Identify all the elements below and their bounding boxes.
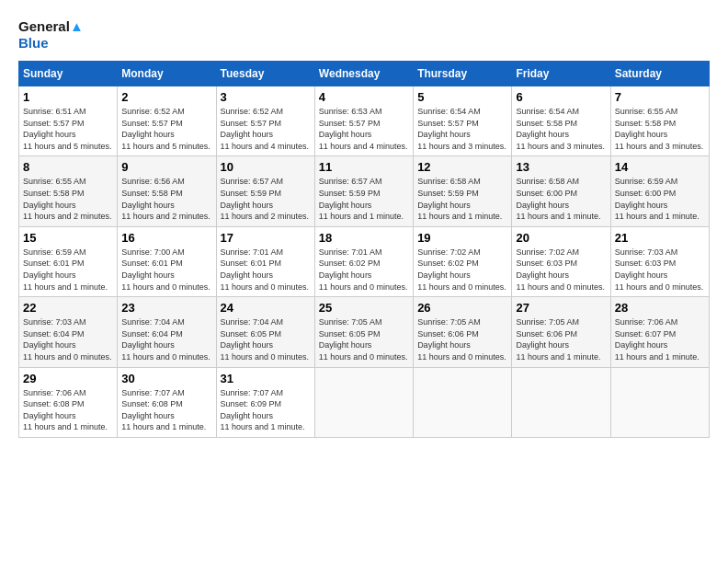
logo: General▲Blue: [18, 18, 84, 52]
day-number: 31: [221, 372, 311, 385]
day-number: 27: [516, 301, 606, 315]
calendar-day-10: 10 Sunrise: 6:57 AM Sunset: 5:59 PM Dayl…: [216, 156, 314, 226]
day-number: 6: [516, 90, 606, 104]
calendar-day-5: 5 Sunrise: 6:54 AM Sunset: 5:57 PM Dayli…: [414, 86, 512, 156]
day-number: 12: [417, 160, 507, 174]
day-info: Sunrise: 7:03 AM Sunset: 6:04 PM Dayligh…: [23, 316, 113, 362]
day-number: 26: [417, 301, 507, 315]
calendar-day-23: 23 Sunrise: 7:04 AM Sunset: 6:04 PM Dayl…: [118, 297, 216, 367]
day-info: Sunrise: 7:06 AM Sunset: 6:08 PM Dayligh…: [23, 387, 113, 433]
day-number: 22: [23, 301, 113, 315]
calendar-day-8: 8 Sunrise: 6:55 AM Sunset: 5:58 PM Dayli…: [19, 156, 118, 226]
day-number: 9: [121, 160, 211, 174]
calendar-week-3: 15 Sunrise: 6:59 AM Sunset: 6:01 PM Dayl…: [19, 226, 710, 296]
calendar-day-13: 13 Sunrise: 6:58 AM Sunset: 6:00 PM Dayl…: [512, 156, 610, 226]
day-number: 8: [23, 160, 113, 174]
day-number: 29: [23, 372, 113, 385]
day-info: Sunrise: 7:05 AM Sunset: 6:06 PM Dayligh…: [417, 316, 507, 362]
calendar-day-17: 17 Sunrise: 7:01 AM Sunset: 6:01 PM Dayl…: [216, 226, 314, 296]
calendar-day-31: 31 Sunrise: 7:07 AM Sunset: 6:09 PM Dayl…: [216, 367, 314, 437]
empty-cell: [414, 367, 512, 437]
day-number: 13: [516, 160, 606, 174]
day-number: 15: [23, 231, 113, 245]
day-info: Sunrise: 7:01 AM Sunset: 6:01 PM Dayligh…: [221, 247, 311, 293]
day-number: 25: [319, 301, 409, 315]
day-number: 18: [319, 231, 409, 245]
empty-cell: [610, 367, 709, 437]
page-header: General▲Blue: [18, 18, 710, 52]
calendar-day-18: 18 Sunrise: 7:01 AM Sunset: 6:02 PM Dayl…: [314, 226, 413, 296]
day-info: Sunrise: 7:00 AM Sunset: 6:01 PM Dayligh…: [121, 247, 211, 293]
day-info: Sunrise: 7:06 AM Sunset: 6:07 PM Dayligh…: [615, 316, 705, 362]
day-info: Sunrise: 7:07 AM Sunset: 6:08 PM Dayligh…: [121, 387, 211, 433]
calendar-table: SundayMondayTuesdayWednesdayThursdayFrid…: [18, 61, 710, 438]
day-number: 21: [615, 231, 705, 245]
day-number: 24: [221, 301, 311, 315]
calendar-day-24: 24 Sunrise: 7:04 AM Sunset: 6:05 PM Dayl…: [216, 297, 314, 367]
day-info: Sunrise: 6:57 AM Sunset: 5:59 PM Dayligh…: [319, 176, 409, 222]
day-info: Sunrise: 6:56 AM Sunset: 5:58 PM Dayligh…: [121, 176, 211, 222]
calendar-day-21: 21 Sunrise: 7:03 AM Sunset: 6:03 PM Dayl…: [610, 226, 709, 296]
weekday-header-saturday: Saturday: [610, 62, 709, 86]
calendar-day-28: 28 Sunrise: 7:06 AM Sunset: 6:07 PM Dayl…: [610, 297, 709, 367]
day-info: Sunrise: 6:51 AM Sunset: 5:57 PM Dayligh…: [23, 106, 113, 152]
calendar-day-1: 1 Sunrise: 6:51 AM Sunset: 5:57 PM Dayli…: [19, 86, 118, 156]
calendar-day-9: 9 Sunrise: 6:56 AM Sunset: 5:58 PM Dayli…: [118, 156, 216, 226]
day-info: Sunrise: 7:07 AM Sunset: 6:09 PM Dayligh…: [221, 387, 311, 433]
day-info: Sunrise: 7:03 AM Sunset: 6:03 PM Dayligh…: [615, 247, 705, 293]
day-info: Sunrise: 7:05 AM Sunset: 6:05 PM Dayligh…: [319, 316, 409, 362]
calendar-day-22: 22 Sunrise: 7:03 AM Sunset: 6:04 PM Dayl…: [19, 297, 118, 367]
calendar-day-16: 16 Sunrise: 7:00 AM Sunset: 6:01 PM Dayl…: [118, 226, 216, 296]
day-number: 23: [121, 301, 211, 315]
calendar-day-19: 19 Sunrise: 7:02 AM Sunset: 6:02 PM Dayl…: [414, 226, 512, 296]
weekday-header-row: SundayMondayTuesdayWednesdayThursdayFrid…: [19, 62, 710, 86]
calendar-day-25: 25 Sunrise: 7:05 AM Sunset: 6:05 PM Dayl…: [314, 297, 413, 367]
day-info: Sunrise: 6:52 AM Sunset: 5:57 PM Dayligh…: [121, 106, 211, 152]
day-info: Sunrise: 6:53 AM Sunset: 5:57 PM Dayligh…: [319, 106, 409, 152]
weekday-header-tuesday: Tuesday: [216, 62, 314, 86]
day-number: 3: [221, 90, 311, 104]
day-info: Sunrise: 6:57 AM Sunset: 5:59 PM Dayligh…: [221, 176, 311, 222]
day-number: 11: [319, 160, 409, 174]
day-number: 1: [23, 90, 113, 104]
weekday-header-sunday: Sunday: [19, 62, 118, 86]
day-number: 7: [615, 90, 705, 104]
day-info: Sunrise: 7:04 AM Sunset: 6:05 PM Dayligh…: [221, 316, 311, 362]
day-info: Sunrise: 7:05 AM Sunset: 6:06 PM Dayligh…: [516, 316, 606, 362]
calendar-day-4: 4 Sunrise: 6:53 AM Sunset: 5:57 PM Dayli…: [314, 86, 413, 156]
weekday-header-friday: Friday: [512, 62, 610, 86]
day-info: Sunrise: 6:58 AM Sunset: 5:59 PM Dayligh…: [417, 176, 507, 222]
day-info: Sunrise: 6:52 AM Sunset: 5:57 PM Dayligh…: [221, 106, 311, 152]
day-number: 14: [615, 160, 705, 174]
day-info: Sunrise: 7:01 AM Sunset: 6:02 PM Dayligh…: [319, 247, 409, 293]
day-info: Sunrise: 7:02 AM Sunset: 6:02 PM Dayligh…: [417, 247, 507, 293]
day-number: 19: [417, 231, 507, 245]
day-info: Sunrise: 6:55 AM Sunset: 5:58 PM Dayligh…: [23, 176, 113, 222]
calendar-day-12: 12 Sunrise: 6:58 AM Sunset: 5:59 PM Dayl…: [414, 156, 512, 226]
logo-text: General▲Blue: [18, 18, 84, 52]
calendar-day-6: 6 Sunrise: 6:54 AM Sunset: 5:58 PM Dayli…: [512, 86, 610, 156]
empty-cell: [512, 367, 610, 437]
calendar-day-30: 30 Sunrise: 7:07 AM Sunset: 6:08 PM Dayl…: [118, 367, 216, 437]
day-number: 5: [417, 90, 507, 104]
calendar-day-26: 26 Sunrise: 7:05 AM Sunset: 6:06 PM Dayl…: [414, 297, 512, 367]
day-info: Sunrise: 6:54 AM Sunset: 5:58 PM Dayligh…: [516, 106, 606, 152]
calendar-day-2: 2 Sunrise: 6:52 AM Sunset: 5:57 PM Dayli…: [118, 86, 216, 156]
day-info: Sunrise: 6:58 AM Sunset: 6:00 PM Dayligh…: [516, 176, 606, 222]
calendar-day-27: 27 Sunrise: 7:05 AM Sunset: 6:06 PM Dayl…: [512, 297, 610, 367]
day-info: Sunrise: 7:02 AM Sunset: 6:03 PM Dayligh…: [516, 247, 606, 293]
day-number: 30: [121, 372, 211, 385]
calendar-day-3: 3 Sunrise: 6:52 AM Sunset: 5:57 PM Dayli…: [216, 86, 314, 156]
day-info: Sunrise: 6:54 AM Sunset: 5:57 PM Dayligh…: [417, 106, 507, 152]
day-info: Sunrise: 6:59 AM Sunset: 6:00 PM Dayligh…: [615, 176, 705, 222]
day-number: 28: [615, 301, 705, 315]
weekday-header-wednesday: Wednesday: [314, 62, 413, 86]
calendar-day-15: 15 Sunrise: 6:59 AM Sunset: 6:01 PM Dayl…: [19, 226, 118, 296]
day-number: 4: [319, 90, 409, 104]
weekday-header-thursday: Thursday: [414, 62, 512, 86]
calendar-week-2: 8 Sunrise: 6:55 AM Sunset: 5:58 PM Dayli…: [19, 156, 710, 226]
day-info: Sunrise: 6:59 AM Sunset: 6:01 PM Dayligh…: [23, 247, 113, 293]
calendar-day-29: 29 Sunrise: 7:06 AM Sunset: 6:08 PM Dayl…: [19, 367, 118, 437]
day-number: 20: [516, 231, 606, 245]
calendar-week-5: 29 Sunrise: 7:06 AM Sunset: 6:08 PM Dayl…: [19, 367, 710, 437]
